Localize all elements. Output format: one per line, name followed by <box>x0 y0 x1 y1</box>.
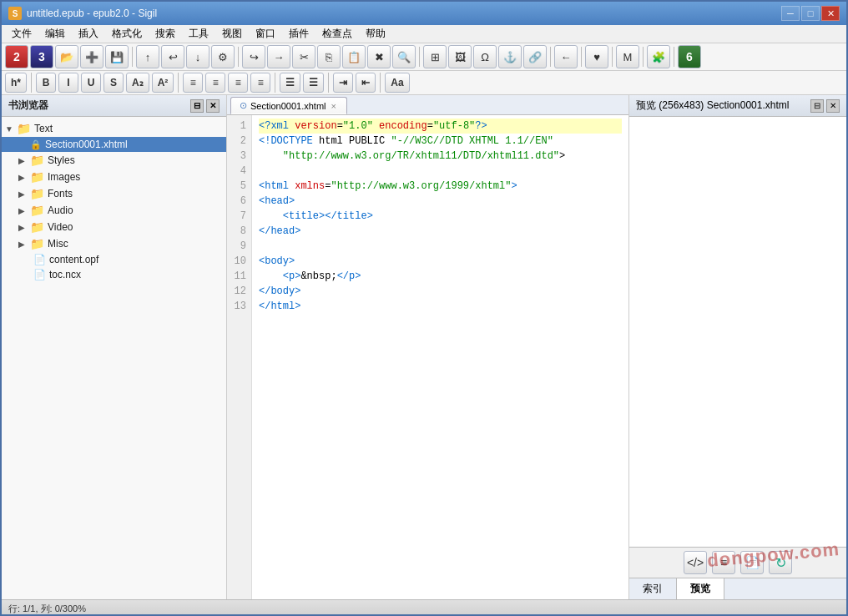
toolbar-button-forward[interactable]: → <box>267 45 290 68</box>
format-button-justify[interactable]: ≡ <box>250 73 270 93</box>
toolbar-button-grid[interactable]: ⊞ <box>423 45 447 68</box>
format-button-align-right[interactable]: ≡ <box>228 73 248 93</box>
sidebar: 书浏览器 ⊟ ✕ ▼📁Text🔒Section0001.xhtml▶📁Style… <box>2 95 227 599</box>
menu-item-窗口[interactable]: 窗口 <box>249 25 282 43</box>
toolbar-button-m[interactable]: M <box>616 45 639 68</box>
format-button-ol[interactable]: ☰ <box>303 73 324 93</box>
format-button-hstar[interactable]: h* <box>5 73 27 93</box>
toolbar-button-open[interactable]: 📂 <box>55 45 78 68</box>
menu-item-帮助[interactable]: 帮助 <box>359 25 392 43</box>
code-content[interactable]: <?xml version="1.0" encoding="utf-8"?><!… <box>252 115 628 599</box>
sidebar-item-styles-folder[interactable]: ▶📁Styles <box>2 152 226 169</box>
preview-page-button[interactable]: 📄 <box>740 551 764 574</box>
tree-item-label: Text <box>34 123 53 134</box>
preview-code-button[interactable]: </> <box>684 551 707 574</box>
toolbar-button-x[interactable]: ✖ <box>367 45 391 68</box>
minimize-button[interactable]: ─ <box>781 6 800 21</box>
format-button-italic[interactable]: I <box>58 73 78 93</box>
toolbar-button-num6[interactable]: 6 <box>678 45 701 68</box>
editor-tab-active[interactable]: ⊙ Section0001.xhtml × <box>230 97 347 114</box>
arrow-icon: ▼ <box>5 124 13 134</box>
format-separator <box>380 73 381 93</box>
preview-tab-index[interactable]: 索引 <box>629 578 677 599</box>
format-button-align-center[interactable]: ≡ <box>205 73 225 93</box>
toolbar-button-save[interactable]: 💾 <box>105 45 129 68</box>
menu-bar: 文件编辑插入格式化搜索工具视图窗口插件检查点帮助 <box>2 25 846 43</box>
close-button[interactable]: ✕ <box>821 6 840 21</box>
menu-item-搜索[interactable]: 搜索 <box>149 25 182 43</box>
toolbar-button-back[interactable]: ← <box>554 45 578 68</box>
menu-item-格式化[interactable]: 格式化 <box>105 25 149 43</box>
tree-item-label: toc.ncx <box>49 269 81 280</box>
sidebar-tree: ▼📁Text🔒Section0001.xhtml▶📁Styles▶📁Images… <box>2 117 226 599</box>
sidebar-item-text-folder[interactable]: ▼📁Text <box>2 120 226 137</box>
toolbar-button-num2[interactable]: 2 <box>5 45 28 68</box>
preview-pin-button[interactable]: ⊟ <box>810 99 824 113</box>
format-button-sup[interactable]: A² <box>152 73 174 93</box>
format-button-underline[interactable]: U <box>81 73 101 93</box>
menu-item-视图[interactable]: 视图 <box>215 25 249 43</box>
preview-refresh-button[interactable]: ↻ <box>769 551 792 574</box>
arrow-icon: ▶ <box>18 156 27 165</box>
format-button-align-left[interactable]: ≡ <box>183 73 203 93</box>
arrow-icon: ▶ <box>18 206 27 215</box>
sidebar-item-fonts-folder[interactable]: ▶📁Fonts <box>2 185 226 202</box>
menu-item-插入[interactable]: 插入 <box>72 25 105 43</box>
format-button-strike[interactable]: S <box>103 73 124 93</box>
preview-tabs: 索引 预览 <box>629 578 846 599</box>
preview-list-button[interactable]: ≡ <box>712 551 735 574</box>
sidebar-item-video-folder[interactable]: ▶📁Video <box>2 219 226 235</box>
page-view-icon: 📄 <box>745 556 760 569</box>
sidebar-item-toc-ncx[interactable]: 📄toc.ncx <box>2 267 226 282</box>
title-bar-left: S untitled.epub - epub2.0 - Sigil <box>8 7 157 20</box>
menu-item-工具[interactable]: 工具 <box>182 25 215 43</box>
toolbar-button-cut[interactable]: ✂ <box>292 45 315 68</box>
sidebar-item-misc-folder[interactable]: ▶📁Misc <box>2 235 226 252</box>
sidebar-item-section0001[interactable]: 🔒Section0001.xhtml <box>2 137 226 152</box>
toolbar-button-settings[interactable]: ⚙ <box>211 45 235 68</box>
toolbar-button-search[interactable]: 🔍 <box>392 45 416 68</box>
sidebar-pin-button[interactable]: ⊟ <box>190 99 204 113</box>
format-button-ul[interactable]: ☰ <box>280 73 300 93</box>
tree-item-label: Styles <box>48 154 75 166</box>
toolbar-button-undo[interactable]: ↩ <box>161 45 184 68</box>
code-line-6: <head> <box>259 194 622 209</box>
menu-item-检查点[interactable]: 检查点 <box>315 25 359 43</box>
format-button-bold[interactable]: B <box>36 73 56 93</box>
format-button-outdent[interactable]: ⇤ <box>356 73 376 93</box>
toolbar-button-anchor[interactable]: ⚓ <box>498 45 522 68</box>
sidebar-item-audio-folder[interactable]: ▶📁Audio <box>2 202 226 219</box>
toolbar-button-heart[interactable]: ♥ <box>585 45 608 68</box>
toolbar-button-link[interactable]: 🔗 <box>523 45 547 68</box>
toolbar-button-copy[interactable]: ⎘ <box>317 45 341 68</box>
toolbar-button-up[interactable]: ↑ <box>136 45 159 68</box>
code-editor[interactable]: 12345678910111213 <?xml version="1.0" en… <box>227 115 628 599</box>
toolbar-button-image[interactable]: 🖼 <box>448 45 472 68</box>
preview-close-button[interactable]: ✕ <box>826 99 840 113</box>
sidebar-item-content-opf[interactable]: 📄content.opf <box>2 252 226 267</box>
menu-item-插件[interactable]: 插件 <box>282 25 315 43</box>
toolbar-button-add[interactable]: ➕ <box>80 45 103 68</box>
format-button-indent[interactable]: ⇥ <box>333 73 353 93</box>
toolbar-button-down[interactable]: ↓ <box>186 45 209 68</box>
tab-close-button[interactable]: × <box>330 101 338 111</box>
toolbar-button-num3[interactable]: 3 <box>30 45 53 68</box>
menu-item-文件[interactable]: 文件 <box>5 25 38 43</box>
sidebar-close-button[interactable]: ✕ <box>206 99 220 113</box>
tree-item-label: Section0001.xhtml <box>45 139 128 150</box>
format-separator <box>178 73 179 93</box>
toolbar-button-redo[interactable]: ↪ <box>242 45 265 68</box>
toolbar-button-omega[interactable]: Ω <box>473 45 497 68</box>
menu-item-编辑[interactable]: 编辑 <box>38 25 72 43</box>
format-button-sub[interactable]: A₂ <box>126 73 149 93</box>
tree-item-label: Video <box>48 221 73 233</box>
tree-item-label: Misc <box>48 238 68 250</box>
editor-area: ⊙ Section0001.xhtml × 12345678910111213 … <box>227 95 629 599</box>
toolbar-button-paste[interactable]: 📋 <box>342 45 366 68</box>
preview-tab-preview[interactable]: 预览 <box>677 578 724 599</box>
format-button-aa[interactable]: Aa <box>385 73 409 93</box>
maximize-button[interactable]: □ <box>801 6 820 21</box>
sidebar-item-images-folder[interactable]: ▶📁Images <box>2 169 226 185</box>
toolbar-button-puzzle[interactable]: 🧩 <box>647 45 670 68</box>
arrow-icon: ▶ <box>18 173 27 182</box>
